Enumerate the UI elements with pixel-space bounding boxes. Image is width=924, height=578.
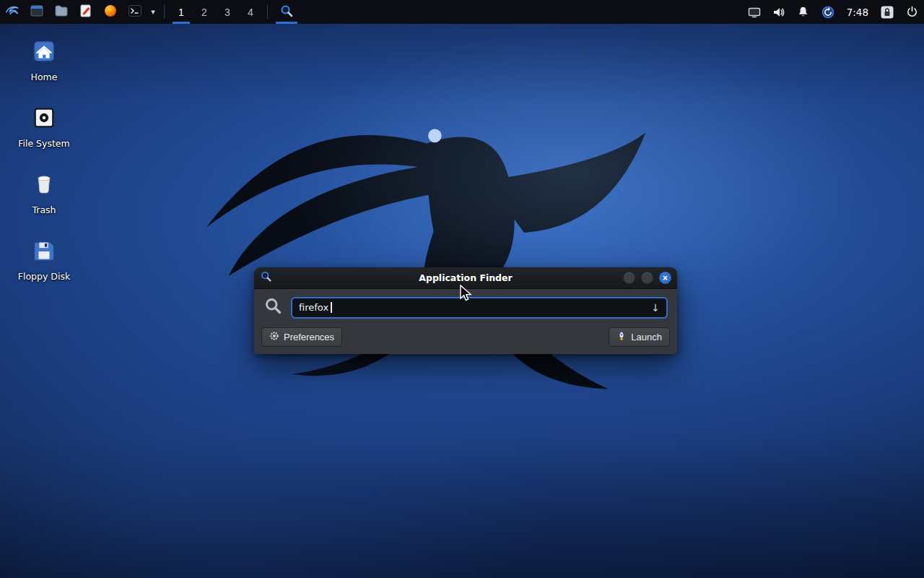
desktop-icon-label: Floppy Disk — [18, 271, 70, 282]
desktop-icon-column: Home File System Trash — [13, 38, 75, 282]
desktop-icon-floppy-disk[interactable]: Floppy Disk — [13, 237, 75, 282]
workspace-button-2[interactable]: 2 — [193, 0, 216, 24]
taskbar-application-finder-button[interactable] — [273, 0, 300, 24]
minimize-button[interactable] — [623, 272, 635, 284]
top-panel: ▾ 1 2 3 4 — [0, 0, 924, 24]
desktop-icon-file-system[interactable]: File System — [13, 104, 75, 149]
file-manager-launcher-button[interactable] — [25, 0, 49, 24]
desktop-icon-label: Trash — [32, 204, 56, 215]
application-finder-window: Application Finder × firefox ↓ — [254, 267, 677, 354]
window-icon — [30, 4, 44, 20]
workspace-button-1[interactable]: 1 — [170, 0, 193, 24]
text-editor-launcher-button[interactable] — [74, 0, 98, 24]
search-row: firefox ↓ — [254, 289, 677, 324]
gear-icon — [269, 331, 279, 343]
drive-icon — [30, 104, 58, 134]
window-controls: × — [623, 272, 671, 284]
window-title: Application Finder — [254, 272, 677, 283]
titlebar[interactable]: Application Finder × — [254, 267, 677, 289]
application-finder-window-icon — [260, 270, 272, 285]
terminal-launcher-button[interactable] — [123, 0, 147, 24]
applications-menu-button[interactable] — [0, 0, 25, 24]
lock-screen-icon[interactable] — [875, 0, 899, 24]
panel-tray-group: 7:48 — [742, 0, 924, 24]
kali-logo-icon — [4, 3, 20, 21]
launch-rocket-icon — [616, 331, 627, 343]
search-input-value: firefox — [299, 302, 328, 313]
panel-separator — [164, 5, 165, 19]
button-row: Preferences Launch — [254, 324, 677, 354]
firefox-icon — [103, 4, 118, 20]
home-folder-icon — [30, 38, 58, 68]
preferences-button-label: Preferences — [284, 332, 334, 342]
desktop-icon-label: Home — [31, 72, 58, 82]
trash-icon — [30, 171, 58, 201]
maximize-button[interactable] — [641, 272, 653, 284]
desktop-icon-home[interactable]: Home — [13, 38, 75, 82]
terminal-icon — [128, 4, 142, 20]
workspace-label: 1 — [178, 7, 184, 18]
workspace-label: 2 — [201, 7, 207, 18]
desktop-icon-label: File System — [18, 138, 70, 149]
application-finder-icon — [279, 4, 294, 20]
floppy-disk-icon — [30, 237, 58, 267]
workspace-button-3[interactable]: 3 — [216, 0, 239, 24]
desktop-icon-trash[interactable]: Trash — [13, 171, 75, 215]
workspace-label: 4 — [248, 7, 253, 18]
panel-separator — [267, 5, 268, 19]
close-icon: × — [663, 274, 668, 282]
files-launcher-button[interactable] — [49, 0, 74, 24]
terminal-dropdown-chevron[interactable]: ▾ — [147, 0, 159, 24]
display-icon[interactable] — [742, 0, 767, 24]
folder-icon — [54, 4, 69, 20]
arrow-down-icon: ↓ — [651, 302, 660, 314]
chevron-down-icon: ▾ — [151, 7, 155, 17]
preferences-button[interactable]: Preferences — [261, 327, 342, 347]
panel-left-group: ▾ 1 2 3 4 — [0, 0, 300, 24]
launch-button[interactable]: Launch — [609, 327, 670, 347]
updates-icon[interactable] — [816, 0, 840, 24]
workspace-button-4[interactable]: 4 — [239, 0, 262, 24]
launch-button-label: Launch — [631, 332, 662, 342]
workspace-label: 3 — [225, 7, 230, 18]
text-caret — [331, 302, 332, 313]
document-pencil-icon — [79, 4, 93, 20]
close-button[interactable]: × — [659, 272, 671, 284]
search-icon — [263, 296, 283, 319]
power-icon[interactable] — [899, 0, 924, 24]
firefox-launcher-button[interactable] — [98, 0, 123, 24]
volume-icon[interactable] — [767, 0, 791, 24]
clock[interactable]: 7:48 — [840, 0, 875, 24]
notifications-bell-icon[interactable] — [791, 0, 816, 24]
search-input[interactable]: firefox ↓ — [291, 297, 668, 319]
